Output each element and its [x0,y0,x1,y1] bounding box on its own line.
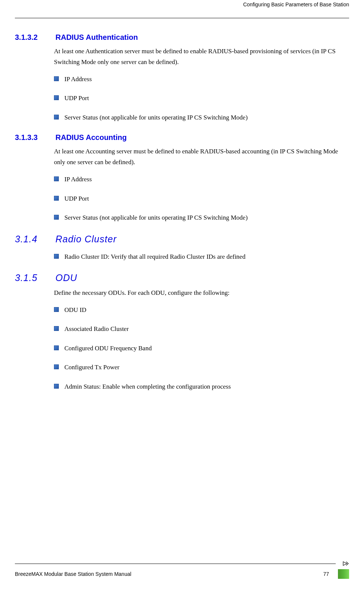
section-odu: 3.1.5 ODU Define the necessary ODUs. For… [15,272,349,391]
list-item: Server Status (not applicable for units … [54,113,349,122]
page-number: 77 [323,571,329,577]
bullet-list: IP Address UDP Port Server Status (not a… [54,175,349,223]
section-number: 3.1.4 [15,234,54,245]
section-title: RADIUS Authentication [55,33,138,42]
brand-bar-icon [338,569,349,579]
section-body: At least one Authentication server must … [54,46,349,68]
list-item: IP Address [54,175,349,184]
footer-divider [15,564,336,564]
list-item: Server Status (not applicable for units … [54,213,349,223]
list-item: ODU ID [54,305,349,315]
bullet-list: Radio Cluster ID: Verify that all requir… [54,252,349,262]
section-title: RADIUS Accounting [55,133,127,142]
list-item: Radio Cluster ID: Verify that all requir… [54,252,349,262]
header-chapter-title: Configuring Basic Parameters of Base Sta… [0,1,364,10]
section-radius-authentication: 3.1.3.2 RADIUS Authentication At least o… [15,33,349,122]
section-body: Define the necessary ODUs. For each ODU,… [54,288,349,299]
list-item: Configured Tx Power [54,363,349,372]
list-item: Associated Radio Cluster [54,324,349,334]
arrow-right-icon [342,560,349,567]
section-radio-cluster: 3.1.4 Radio Cluster Radio Cluster ID: Ve… [15,234,349,262]
bullet-list: IP Address UDP Port Server Status (not a… [54,74,349,122]
section-title: ODU [55,272,77,283]
page-content: 3.1.3.2 RADIUS Authentication At least o… [0,18,364,391]
section-title: Radio Cluster [55,234,116,245]
bullet-list: ODU ID Associated Radio Cluster Configur… [54,305,349,392]
list-item: UDP Port [54,194,349,204]
page-footer: BreezeMAX Modular Base Station System Ma… [15,560,349,579]
section-radius-accounting: 3.1.3.3 RADIUS Accounting At least one A… [15,133,349,222]
list-item: IP Address [54,74,349,84]
section-body: At least one Accounting server must be d… [54,146,349,168]
list-item: UDP Port [54,93,349,103]
section-number: 3.1.3.2 [15,33,54,42]
list-item: Configured ODU Frequency Band [54,344,349,353]
section-number: 3.1.5 [15,272,54,283]
footer-manual-title: BreezeMAX Modular Base Station System Ma… [15,571,131,577]
section-number: 3.1.3.3 [15,133,54,142]
list-item: Admin Status: Enable when completing the… [54,382,349,392]
